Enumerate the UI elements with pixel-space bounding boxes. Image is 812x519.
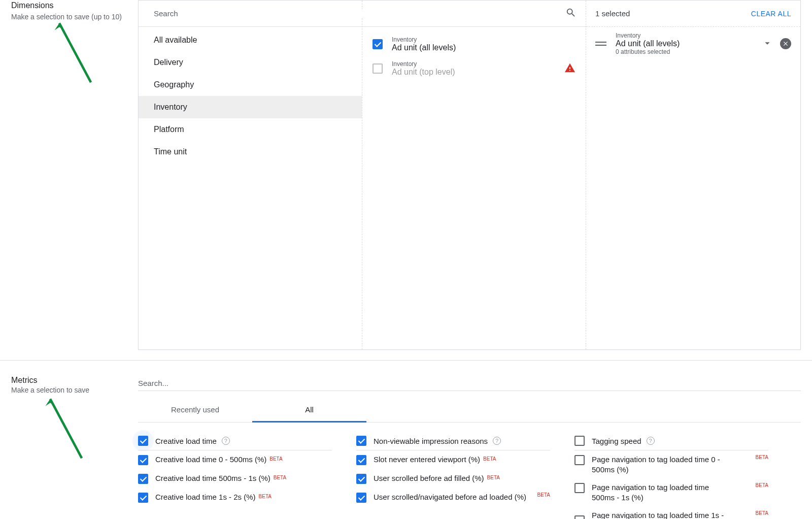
beta-badge: BETA	[756, 455, 768, 460]
category-all-available[interactable]: All available	[139, 29, 362, 51]
option-category: Inventory	[392, 36, 456, 43]
checkbox-icon[interactable]	[356, 436, 366, 446]
metric-item[interactable]: Page navigation to tag loaded time 500ms…	[574, 478, 768, 506]
checkbox-icon[interactable]	[574, 455, 585, 465]
checkbox-icon[interactable]	[138, 455, 148, 465]
category-time-unit[interactable]: Time unit	[139, 141, 362, 163]
svg-marker-3	[46, 399, 55, 406]
help-icon[interactable]: ?	[222, 437, 230, 445]
checkbox-icon[interactable]	[138, 493, 148, 503]
warning-icon	[564, 62, 576, 75]
group-title: Non-viewable impression reasons	[374, 437, 488, 445]
metric-item[interactable]: Creative load time 1s - 2s (%)BETA	[138, 488, 332, 507]
selected-sub: 0 attributes selected	[616, 48, 757, 55]
metric-item[interactable]: User scrolled/navigated before ad loaded…	[356, 488, 550, 507]
checkbox-icon[interactable]	[574, 436, 585, 446]
beta-badge: BETA	[269, 456, 282, 462]
beta-badge: BETA	[487, 475, 500, 480]
beta-badge: BETA	[756, 482, 768, 488]
help-icon[interactable]: ?	[493, 437, 501, 445]
metric-item[interactable]: Slot never entered viewport (%)BETA	[356, 450, 550, 469]
metric-label: Creative load time 0 - 500ms (%)	[155, 455, 266, 465]
checkbox-icon[interactable]	[373, 63, 383, 74]
metrics-search-input[interactable]	[138, 376, 801, 391]
beta-badge: BETA	[756, 510, 768, 516]
dimensions-panel: All available Delivery Geography Invento…	[138, 0, 801, 350]
metric-group-creative-load-time[interactable]: Creative load time ?	[138, 432, 332, 450]
metric-label: User scrolled/navigated before ad loaded…	[374, 492, 526, 502]
tab-all[interactable]: All	[252, 397, 366, 422]
metric-label: Page navigation to tag loaded time 0 - 5…	[592, 455, 729, 474]
checkbox-icon[interactable]	[356, 455, 366, 465]
category-inventory[interactable]: Inventory	[139, 96, 362, 118]
group-title: Creative load time	[155, 437, 217, 445]
help-icon[interactable]: ?	[647, 437, 655, 445]
beta-badge: BETA	[274, 475, 286, 480]
option-label: Ad unit (top level)	[392, 68, 455, 77]
metric-label: User scrolled before ad filled (%)	[374, 473, 484, 483]
selected-count: 1 selected	[595, 9, 630, 18]
checkbox-icon[interactable]	[356, 493, 366, 503]
group-title: Tagging speed	[592, 437, 641, 445]
option-ad-unit-all-levels[interactable]: Inventory Ad unit (all levels)	[362, 32, 586, 56]
clear-all-button[interactable]: CLEAR ALL	[751, 10, 791, 18]
beta-badge: BETA	[259, 494, 272, 499]
beta-badge: BETA	[537, 492, 550, 498]
option-label: Ad unit (all levels)	[392, 43, 456, 52]
annotation-arrow-icon	[30, 391, 101, 462]
metric-label: Page navigation to tag loaded time 500ms…	[592, 482, 729, 502]
selected-category: Inventory	[616, 32, 757, 39]
drag-handle-icon[interactable]	[595, 42, 606, 46]
remove-icon[interactable]	[780, 38, 791, 49]
metric-label: Creative load time 1s - 2s (%)	[155, 492, 256, 502]
metrics-title: Metrics	[11, 376, 128, 385]
metric-label: Page navigation to tag loaded time 1s - …	[592, 510, 729, 519]
metric-item[interactable]: Page navigation to tag loaded time 1s - …	[574, 506, 768, 519]
checkbox-icon[interactable]	[574, 483, 585, 493]
tab-recently-used[interactable]: Recently used	[138, 397, 252, 422]
category-geography[interactable]: Geography	[139, 74, 362, 96]
metric-item[interactable]: Page navigation to tag loaded time 0 - 5…	[574, 450, 768, 478]
selected-label: Ad unit (all levels)	[616, 39, 757, 48]
metric-item[interactable]: Creative load time 0 - 500ms (%)BETA	[138, 450, 332, 469]
checkbox-icon[interactable]	[373, 39, 383, 49]
checkbox-icon[interactable]	[356, 474, 366, 484]
metric-item[interactable]: User scrolled before ad filled (%)BETA	[356, 469, 550, 488]
metric-label: Slot never entered viewport (%)	[374, 455, 480, 465]
category-platform[interactable]: Platform	[139, 118, 362, 141]
dimensions-subtitle: Make a selection to save (up to 10)	[11, 12, 128, 22]
option-category: Inventory	[392, 60, 455, 68]
chevron-down-icon[interactable]	[762, 38, 773, 50]
metric-group-non-viewable[interactable]: Non-viewable impression reasons ?	[356, 432, 550, 450]
metric-group-tagging-speed[interactable]: Tagging speed ?	[574, 432, 768, 450]
selected-item[interactable]: Inventory Ad unit (all levels) 0 attribu…	[586, 27, 800, 60]
checkbox-icon[interactable]	[574, 515, 585, 519]
option-ad-unit-top-level[interactable]: Inventory Ad unit (top level)	[362, 56, 586, 81]
checkbox-icon[interactable]	[138, 474, 148, 484]
dimensions-title: Dimensions	[11, 1, 128, 10]
metric-label: Creative load time 500ms - 1s (%)	[155, 473, 270, 483]
category-delivery[interactable]: Delivery	[139, 51, 362, 74]
metric-item[interactable]: Creative load time 500ms - 1s (%)BETA	[138, 469, 332, 488]
beta-badge: BETA	[483, 456, 496, 462]
svg-line-2	[50, 399, 82, 459]
